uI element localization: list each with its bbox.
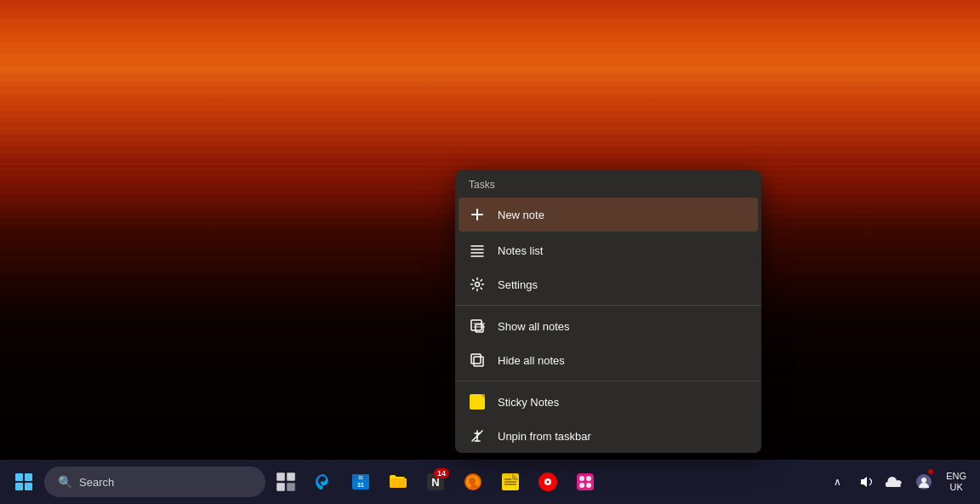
sticky-notes-taskbar-icon[interactable] bbox=[493, 465, 527, 499]
context-menu-header: Tasks bbox=[455, 170, 761, 196]
unpin-icon bbox=[469, 427, 486, 444]
windows-logo bbox=[15, 473, 32, 490]
youtube-music-logo bbox=[538, 472, 558, 492]
plus-icon bbox=[469, 206, 486, 223]
settings-icon bbox=[469, 276, 486, 293]
svg-text:31: 31 bbox=[358, 475, 363, 480]
svg-rect-15 bbox=[287, 472, 295, 481]
start-button[interactable] bbox=[7, 465, 41, 499]
menu-item-settings[interactable]: Settings bbox=[455, 267, 761, 301]
list-icon bbox=[469, 242, 486, 259]
lang-line1: ENG bbox=[946, 471, 966, 482]
svg-point-4 bbox=[476, 283, 480, 287]
lang-line2: UK bbox=[949, 482, 962, 493]
notion-icon[interactable]: N 14 bbox=[419, 465, 453, 499]
show-all-notes-label: Show all notes bbox=[498, 320, 570, 333]
youtube-music-icon[interactable] bbox=[531, 465, 565, 499]
hide-all-notes-label: Hide all notes bbox=[498, 354, 565, 367]
svg-rect-32 bbox=[577, 473, 594, 490]
search-icon: 🔍 bbox=[58, 475, 72, 489]
taskbar: 🔍 Search 31 31 bbox=[0, 460, 980, 504]
svg-point-34 bbox=[586, 476, 591, 481]
sticky-notes-logo bbox=[500, 472, 521, 492]
edge-logo bbox=[313, 472, 333, 492]
context-menu: Tasks New note Notes list bbox=[455, 170, 761, 453]
tray-overflow-button[interactable]: ∧ bbox=[823, 465, 851, 499]
onedrive-logo bbox=[886, 475, 904, 489]
sticky-notes-label: Sticky Notes bbox=[498, 396, 559, 409]
system-tray: ∧ ENG UK bbox=[823, 465, 973, 499]
settings-label: Settings bbox=[498, 278, 538, 291]
task-view-icon bbox=[276, 472, 296, 492]
svg-point-33 bbox=[579, 476, 584, 481]
menu-item-unpin[interactable]: Unpin from taskbar bbox=[455, 419, 761, 453]
file-explorer-logo bbox=[388, 472, 408, 492]
svg-point-31 bbox=[547, 481, 550, 484]
notes-list-label: Notes list bbox=[498, 244, 543, 257]
file-explorer-icon[interactable] bbox=[381, 465, 415, 499]
menu-separator-2 bbox=[455, 381, 761, 381]
teams-logo bbox=[915, 473, 932, 490]
svg-rect-17 bbox=[287, 483, 295, 491]
focusplan-logo bbox=[575, 472, 595, 492]
svg-rect-7 bbox=[471, 354, 481, 364]
svg-point-36 bbox=[586, 483, 591, 488]
volume-logo bbox=[859, 475, 873, 489]
svg-rect-5 bbox=[471, 320, 481, 330]
onedrive-icon[interactable] bbox=[881, 465, 909, 499]
edge-icon[interactable] bbox=[306, 465, 340, 499]
search-label: Search bbox=[79, 476, 114, 489]
svg-rect-16 bbox=[276, 483, 285, 491]
menu-item-notes-list[interactable]: Notes list bbox=[455, 233, 761, 267]
unpin-label: Unpin from taskbar bbox=[498, 430, 591, 443]
search-bar[interactable]: 🔍 Search bbox=[44, 467, 265, 497]
menu-item-show-all-notes[interactable]: Show all notes bbox=[455, 309, 761, 343]
calendar-icon[interactable]: 31 31 bbox=[344, 465, 378, 499]
teams-badge bbox=[927, 468, 934, 475]
chevron-up-icon: ∧ bbox=[834, 476, 841, 488]
teams-icon[interactable] bbox=[910, 465, 937, 499]
menu-item-new-note[interactable]: New note bbox=[459, 198, 758, 232]
volume-icon[interactable] bbox=[852, 465, 880, 499]
task-view-button[interactable] bbox=[269, 465, 303, 499]
svg-point-38 bbox=[921, 478, 926, 483]
svg-text:31: 31 bbox=[357, 482, 364, 488]
show-notes-icon bbox=[469, 318, 486, 335]
svg-rect-14 bbox=[276, 472, 285, 481]
firefox-logo bbox=[463, 472, 483, 492]
focusplan-icon[interactable] bbox=[568, 465, 602, 499]
language-selector[interactable]: ENG UK bbox=[939, 465, 973, 499]
menu-item-hide-all-notes[interactable]: Hide all notes bbox=[455, 343, 761, 377]
menu-item-sticky-notes[interactable]: Sticky Notes bbox=[455, 385, 761, 419]
firefox-icon[interactable] bbox=[456, 465, 490, 499]
menu-separator-1 bbox=[455, 305, 761, 306]
svg-rect-8 bbox=[474, 357, 483, 366]
new-note-label: New note bbox=[498, 209, 544, 221]
sticky-notes-icon bbox=[469, 393, 486, 410]
calendar-logo: 31 31 bbox=[350, 472, 371, 492]
svg-point-35 bbox=[579, 483, 584, 488]
hide-notes-icon bbox=[469, 352, 486, 369]
notification-badge: 14 bbox=[434, 468, 449, 478]
